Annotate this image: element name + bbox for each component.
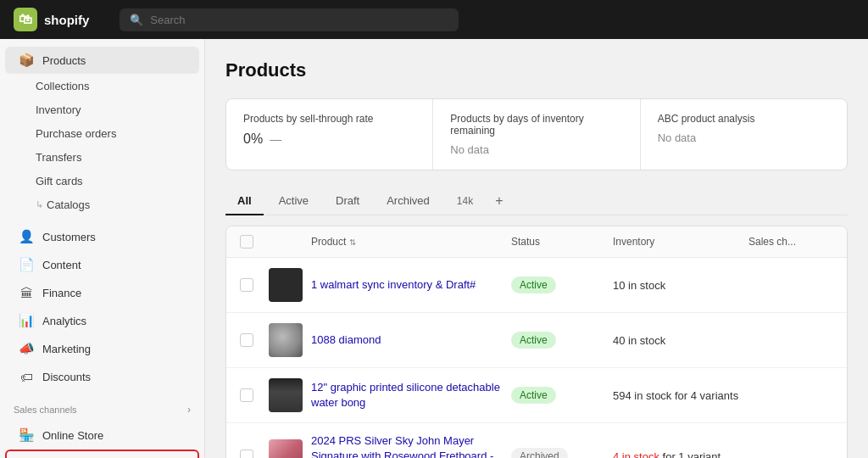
header-product[interactable]: Product ⇅ <box>311 236 511 248</box>
row2-checkbox[interactable] <box>240 333 269 347</box>
row2-thumbnail <box>269 323 303 357</box>
sidebar-item-analytics[interactable]: 📊 Analytics <box>5 307 199 334</box>
sidebar-item-label: Finance <box>42 287 81 299</box>
tab-archived[interactable]: Archived <box>375 187 442 215</box>
row1-thumbnail <box>269 268 303 302</box>
row4-inventory-suffix: for 1 variant <box>659 450 721 458</box>
row3-status-badge: Active <box>511 387 556 404</box>
sidebar-item-products[interactable]: 📦 Products <box>5 47 199 74</box>
stats-row: Products by sell-through rate 0% — Produ… <box>225 98 848 170</box>
sales-channels-expand-icon[interactable]: › <box>187 404 191 416</box>
table-row: 1088 diamond Active 40 in stock <box>226 313 847 368</box>
stat-days-inventory-label: Products by days of inventory remaining <box>450 113 622 137</box>
finance-icon: 🏛 <box>19 285 34 300</box>
customers-icon: 👤 <box>19 229 34 244</box>
sidebar-item-discounts[interactable]: 🏷 Discounts <box>5 363 199 390</box>
sales-channels-label: Sales channels <box>14 405 77 415</box>
tab-active[interactable]: Active <box>267 187 320 215</box>
search-input[interactable] <box>150 14 448 26</box>
sidebar-item-label: Customers <box>42 231 96 243</box>
stat-abc-analysis[interactable]: ABC product analysis No data <box>641 99 847 170</box>
row3-inventory: 594 in stock for 4 variants <box>613 389 748 402</box>
stat-sell-through-label: Products by sell-through rate <box>243 113 415 125</box>
online-store-icon: 🏪 <box>19 427 34 443</box>
content-icon: 📄 <box>19 257 34 272</box>
table-row: 2024 PRS Silver Sky John Mayer Signature… <box>226 423 847 458</box>
sidebar-item-transfers[interactable]: Transfers <box>5 146 199 169</box>
stat-zero: 0% <box>243 131 263 147</box>
row2-product-name[interactable]: 1088 diamond <box>311 332 511 348</box>
search-bar-container: 🔍 <box>120 8 459 31</box>
row1-status-badge: Active <box>511 276 556 293</box>
tab-add-button[interactable]: + <box>488 188 509 214</box>
sidebar-item-marketing[interactable]: 📣 Marketing <box>5 335 199 362</box>
stat-days-inventory[interactable]: Products by days of inventory remaining … <box>433 99 640 170</box>
row2-status: Active <box>511 332 613 349</box>
tab-all[interactable]: All <box>225 187 264 215</box>
row4-checkbox[interactable] <box>240 450 269 458</box>
stat-sell-through-value: 0% — <box>243 131 415 147</box>
row3-checkbox[interactable] <box>240 388 269 402</box>
tabs-row: All Active Draft Archived 14k + <box>225 187 848 215</box>
table-row: 1 walmart sync inventory & Draft# Active… <box>226 258 847 313</box>
sidebar-item-point-of-sale[interactable]: 🖥 Point of Sale <box>5 450 199 458</box>
stat-abc-no-data: No data <box>658 131 830 144</box>
shopify-logo-text: shopify <box>44 13 89 27</box>
tab-draft[interactable]: Draft <box>324 187 371 215</box>
row1-status: Active <box>511 276 613 293</box>
sidebar-item-label: Discounts <box>42 371 91 383</box>
sidebar-item-gift-cards[interactable]: Gift cards <box>5 170 199 193</box>
row1-inventory: 10 in stock <box>613 279 748 292</box>
stat-sell-through[interactable]: Products by sell-through rate 0% — <box>226 99 433 170</box>
row3-thumbnail <box>269 378 303 412</box>
sidebar-item-label: Content <box>42 259 81 271</box>
table-header: Product ⇅ Status Inventory Sales ch... <box>226 226 847 258</box>
sidebar-item-label: Products <box>42 54 86 67</box>
page-title: Products <box>225 59 848 81</box>
row3-status: Active <box>511 387 613 404</box>
sidebar-item-finance[interactable]: 🏛 Finance <box>5 279 199 306</box>
sidebar-item-catalogs[interactable]: ↳ Catalogs <box>5 193 199 216</box>
row2-status-badge: Active <box>511 332 556 349</box>
main-layout: 📦 Products Collections Inventory Purchas… <box>0 39 868 458</box>
stat-abc-label: ABC product analysis <box>658 113 830 125</box>
analytics-icon: 📊 <box>19 313 34 328</box>
row1-product-name[interactable]: 1 walmart sync inventory & Draft# <box>311 277 511 293</box>
stat-dash: — <box>270 132 281 146</box>
topbar: 🛍 shopify 🔍 <box>0 0 868 39</box>
header-checkbox[interactable] <box>240 235 269 249</box>
products-icon: 📦 <box>19 53 34 68</box>
sidebar-item-purchase-orders[interactable]: Purchase orders <box>5 122 199 145</box>
sidebar-item-label: Marketing <box>42 343 91 355</box>
catalogs-indent-icon: ↳ <box>36 199 43 210</box>
sidebar-item-customers[interactable]: 👤 Customers <box>5 223 199 250</box>
header-sales-channels[interactable]: Sales ch... <box>748 236 833 248</box>
sidebar-item-inventory[interactable]: Inventory <box>5 98 199 121</box>
row2-inventory: 40 in stock <box>613 334 748 347</box>
header-inventory[interactable]: Inventory <box>613 236 748 248</box>
shopify-logo-icon: 🛍 <box>14 8 37 31</box>
sidebar-item-label: Analytics <box>42 315 86 327</box>
sort-icon: ⇅ <box>349 237 356 247</box>
sidebar-item-collections[interactable]: Collections <box>5 75 199 98</box>
marketing-icon: 📣 <box>19 341 34 356</box>
row4-thumbnail <box>269 439 303 458</box>
products-table: Product ⇅ Status Inventory Sales ch... 1… <box>225 226 848 458</box>
discounts-icon: 🏷 <box>19 369 34 384</box>
table-row: 12" graphic printed silicone detachable … <box>226 368 847 423</box>
stat-days-no-data: No data <box>450 143 622 156</box>
row4-status-badge: Archived <box>511 448 568 458</box>
row4-status: Archived <box>511 448 613 458</box>
sidebar-item-online-store[interactable]: 🏪 Online Store <box>5 422 199 449</box>
row4-product-name[interactable]: 2024 PRS Silver Sky John Mayer Signature… <box>311 433 511 458</box>
row4-inventory-low: 4 in stock <box>613 450 659 458</box>
content-area: Products Products by sell-through rate 0… <box>205 39 868 458</box>
shopify-logo[interactable]: 🛍 shopify <box>14 8 89 31</box>
tab-count[interactable]: 14k <box>445 188 485 215</box>
sidebar-item-content[interactable]: 📄 Content <box>5 251 199 278</box>
sidebar-item-label: Online Store <box>42 429 103 442</box>
row3-product-name[interactable]: 12" graphic printed silicone detachable … <box>311 380 511 411</box>
row1-checkbox[interactable] <box>240 278 269 292</box>
sidebar: 📦 Products Collections Inventory Purchas… <box>0 39 205 458</box>
header-status[interactable]: Status <box>511 236 613 248</box>
